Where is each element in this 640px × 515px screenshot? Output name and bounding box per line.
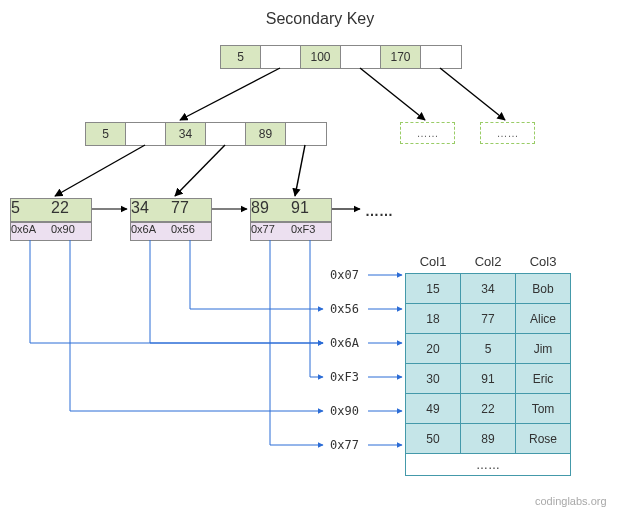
root-key-0: 5 bbox=[221, 46, 261, 68]
table-row: 1877Alice bbox=[406, 304, 571, 334]
internal-node: 5 34 89 bbox=[85, 122, 327, 146]
root-node: 5 100 170 bbox=[220, 45, 462, 69]
svg-line-3 bbox=[55, 145, 145, 196]
leaf2-key-1: 91 bbox=[291, 199, 331, 221]
addr-label-3: 0xF3 bbox=[330, 370, 359, 384]
table-row: 205Jim bbox=[406, 334, 571, 364]
table-row: 4922Tom bbox=[406, 394, 571, 424]
svg-line-2 bbox=[440, 68, 505, 120]
ghost-node-1: …… bbox=[480, 122, 535, 144]
leaf2-addr-1: 0xF3 bbox=[291, 222, 331, 240]
col-header-1: Col2 bbox=[461, 250, 516, 274]
addr-label-0: 0x07 bbox=[330, 268, 359, 282]
root-ptr-0 bbox=[261, 46, 301, 68]
leaf2-key-0: 89 bbox=[251, 199, 291, 221]
watermark: codinglabs.org bbox=[535, 495, 607, 507]
root-ptr-1 bbox=[341, 46, 381, 68]
addr-label-5: 0x77 bbox=[330, 438, 359, 452]
col-header-2: Col3 bbox=[516, 250, 571, 274]
internal-key-2: 89 bbox=[246, 123, 286, 145]
internal-ptr-0 bbox=[126, 123, 166, 145]
table-row: 3091Eric bbox=[406, 364, 571, 394]
svg-line-0 bbox=[180, 68, 280, 120]
leaf2-addr-0: 0x77 bbox=[251, 222, 291, 240]
diagram-title: Secondary Key bbox=[0, 10, 640, 28]
leaf-node-0: 5 22 0x6A 0x90 bbox=[10, 198, 92, 241]
data-table: Col1 Col2 Col3 1534Bob 1877Alice 205Jim … bbox=[405, 250, 571, 476]
leaf0-key-0: 5 bbox=[11, 199, 51, 221]
leaf0-key-1: 22 bbox=[51, 199, 91, 221]
col-header-0: Col1 bbox=[406, 250, 461, 274]
table-more-row: …… bbox=[406, 454, 571, 476]
table-row: 1534Bob bbox=[406, 274, 571, 304]
leaf1-addr-1: 0x56 bbox=[171, 222, 211, 240]
addr-label-1: 0x56 bbox=[330, 302, 359, 316]
leaf0-addr-1: 0x90 bbox=[51, 222, 91, 240]
internal-key-0: 5 bbox=[86, 123, 126, 145]
leaf-node-2: 89 91 0x77 0xF3 bbox=[250, 198, 332, 241]
table-row: 5089Rose bbox=[406, 424, 571, 454]
leaf1-addr-0: 0x6A bbox=[131, 222, 171, 240]
root-key-1: 100 bbox=[301, 46, 341, 68]
leaf1-key-1: 77 bbox=[171, 199, 211, 221]
ghost-node-0: …… bbox=[400, 122, 455, 144]
internal-ptr-1 bbox=[206, 123, 246, 145]
root-key-2: 170 bbox=[381, 46, 421, 68]
root-ptr-2 bbox=[421, 46, 461, 68]
leaf-ellipsis: …… bbox=[365, 203, 393, 219]
leaf-node-1: 34 77 0x6A 0x56 bbox=[130, 198, 212, 241]
svg-line-5 bbox=[295, 145, 305, 196]
addr-label-4: 0x90 bbox=[330, 404, 359, 418]
addr-label-2: 0x6A bbox=[330, 336, 359, 350]
leaf0-addr-0: 0x6A bbox=[11, 222, 51, 240]
svg-line-1 bbox=[360, 68, 425, 120]
svg-line-4 bbox=[175, 145, 225, 196]
leaf1-key-0: 34 bbox=[131, 199, 171, 221]
internal-ptr-2 bbox=[286, 123, 326, 145]
internal-key-1: 34 bbox=[166, 123, 206, 145]
